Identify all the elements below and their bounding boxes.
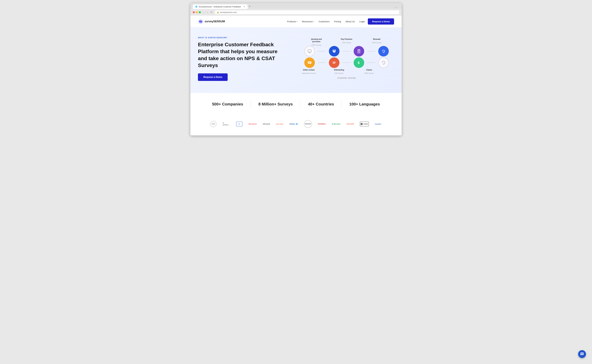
website-content: surveySENSUM Products ▾ Resources ▾ Cust… <box>190 16 402 136</box>
browser-menu-dots: ⋯ <box>393 6 399 9</box>
journey-diagram: Quoting andpurchase CSAT Survey Pay Prem… <box>301 38 392 79</box>
journey-title: Customer Journey <box>301 77 392 79</box>
stat-languages: 100+ Languages <box>342 102 387 106</box>
navbar: surveySENSUM Products ▾ Resources ▾ Cust… <box>190 16 402 27</box>
journey-label-empty <box>316 69 331 74</box>
svg-text:$: $ <box>358 61 360 65</box>
claims-circle: $ <box>354 57 364 68</box>
tab-favicon: 🌐 <box>195 6 197 8</box>
logo-honda: HONDA <box>318 122 326 126</box>
logo-danamon: Danamon <box>249 122 257 126</box>
back-button[interactable]: ‹ <box>203 11 205 14</box>
journey-circle-initial <box>301 57 318 68</box>
logo-allianz: Allianz 🔷 <box>289 122 298 126</box>
hero-left: WHAT IS SURVEYSENSUM? Enterprise Custome… <box>198 36 293 81</box>
logo-indosat: indosat⊕ <box>347 122 354 126</box>
nav-products[interactable]: Products ▾ <box>287 20 297 23</box>
journey-circle-renewal <box>375 46 392 57</box>
journey-node-renewal: Renewal rNPS Survey <box>368 38 385 46</box>
products-chevron-icon: ▾ <box>297 21 297 22</box>
logo-ic: IC <box>236 122 242 126</box>
hero-eyebrow: WHAT IS SURVEYSENSUM? <box>198 36 293 39</box>
logo-lifestyle: lifestyle <box>263 122 270 126</box>
journey-label-initial: Initial contact Awareness Survey <box>301 69 316 74</box>
extra-circle <box>378 57 389 68</box>
journey-node-pay-premium: Pay Premium CES Survey <box>338 38 355 46</box>
address-text: surveysensum.com <box>220 11 237 13</box>
journey-circle-onboarding <box>326 46 343 57</box>
journey-node-quoting: Quoting andpurchase CSAT Survey <box>308 38 325 46</box>
svg-point-3 <box>202 21 202 22</box>
stat-countries: 40+ Countries <box>300 102 342 106</box>
logo-nissan: NISSAN <box>304 120 312 128</box>
stat-surveys: 8 Million+ Surveys <box>251 102 300 106</box>
renewal-circle <box>378 46 389 57</box>
window-controls <box>193 11 201 13</box>
journey-circle-claims: $ <box>351 57 367 68</box>
initial-circle <box>304 57 315 68</box>
stats-section: 500+ Companies 8 Million+ Surveys 40+ Co… <box>190 93 402 116</box>
forward-button[interactable]: › <box>206 11 208 14</box>
journey-circle-awareness <box>326 57 343 68</box>
nav-pricing[interactable]: Pricing <box>334 20 341 23</box>
tab-close-icon[interactable]: ✕ <box>243 6 245 8</box>
journey-circle-quoting <box>301 46 318 57</box>
journey-label-claims: Claims tNPS Survey <box>362 69 377 74</box>
browser-window: 🌐 SurveySensum - Enterprise Customer Fee… <box>190 3 402 136</box>
svg-rect-4 <box>308 50 311 52</box>
svg-rect-8 <box>358 49 360 50</box>
quoting-circle <box>304 46 315 57</box>
lock-icon: 🔒 <box>217 11 219 13</box>
logo-text: surveySENSUM <box>205 20 225 23</box>
journey-label-onboarding: Onboarding CES Survey <box>331 69 347 74</box>
site-logo[interactable]: surveySENSUM <box>198 19 225 24</box>
resources-chevron-icon: ▾ <box>313 21 314 22</box>
login-link[interactable]: Login <box>359 20 365 23</box>
logo-pinelabs: pine labs <box>276 122 283 126</box>
journey-circle-pay-premium <box>351 46 367 57</box>
close-dot[interactable] <box>193 11 195 13</box>
pay-premium-circle <box>354 46 364 57</box>
minimize-dot[interactable] <box>196 11 198 13</box>
logo-cred: CRED <box>360 122 369 126</box>
nav-about[interactable]: About Us <box>345 20 355 23</box>
address-bar[interactable]: 🔒 surveysensum.com <box>215 10 399 14</box>
hero-demo-button[interactable]: Request a Demo <box>198 73 228 81</box>
new-tab-button[interactable]: + <box>248 4 252 9</box>
maximize-dot[interactable] <box>199 11 201 13</box>
svg-point-5 <box>332 50 334 51</box>
nav-links: Products ▾ Resources ▾ Customers Pricing… <box>287 20 355 23</box>
browser-titlebar: ‹ › ↻ 🔒 surveysensum.com <box>190 9 402 16</box>
browser-tab[interactable]: 🌐 SurveySensum - Enterprise Customer Fee… <box>193 4 248 9</box>
awareness-circle <box>329 57 339 68</box>
journey-circle-extra <box>375 57 392 68</box>
nav-resources[interactable]: Resources ▾ <box>302 20 314 23</box>
journey-label-empty2 <box>347 69 362 74</box>
hero-right: Quoting andpurchase CSAT Survey Pay Prem… <box>299 38 394 79</box>
browser-tab-bar: 🌐 SurveySensum - Enterprise Customer Fee… <box>190 3 402 9</box>
tab-label: SurveySensum - Enterprise Customer Feedb… <box>199 6 241 8</box>
hero-section: WHAT IS SURVEYSENSUM? Enterprise Custome… <box>190 27 402 93</box>
logo-manulife: III Manulife <box>332 122 341 126</box>
logos-section: USG ★ APRIA IC Danamon lifestyle pine la… <box>190 116 402 136</box>
onboarding-circle <box>329 46 339 57</box>
svg-point-6 <box>334 50 336 51</box>
refresh-button[interactable]: ↻ <box>210 11 213 14</box>
navbar-demo-button[interactable]: Request a Demo <box>368 18 394 25</box>
logo-apria: ★ APRIA <box>222 122 230 126</box>
svg-point-2 <box>199 21 200 22</box>
browser-nav-buttons: ‹ › ↻ <box>203 11 213 14</box>
journey-label-empty3 <box>377 69 392 74</box>
hero-headline: Enterprise Customer Feedback Platform th… <box>198 41 285 69</box>
logo-usg: USG <box>210 121 216 127</box>
logo-mandiri: mandiri~ <box>375 122 382 126</box>
stat-companies: 500+ Companies <box>205 102 251 106</box>
nav-customers[interactable]: Customers <box>319 20 330 23</box>
